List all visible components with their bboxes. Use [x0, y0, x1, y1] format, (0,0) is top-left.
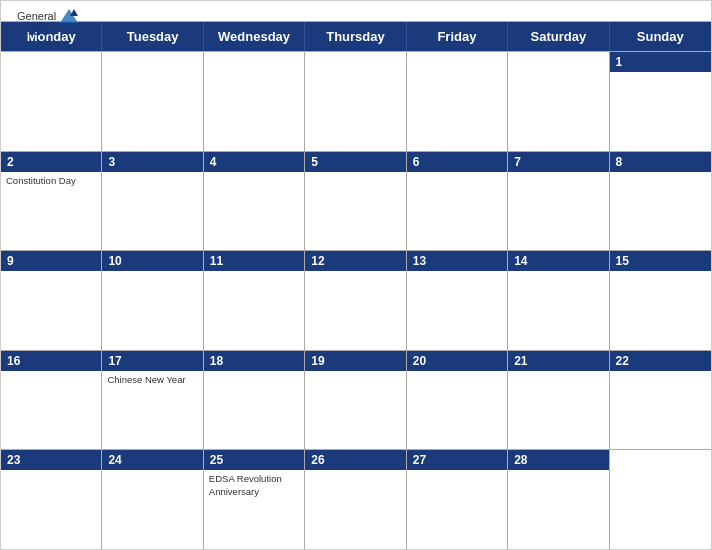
- calendar-grid: MondayTuesdayWednesdayThursdayFridaySatu…: [1, 21, 711, 549]
- day-number: 2: [1, 152, 101, 172]
- day-cell: 27: [407, 450, 508, 549]
- day-number: 8: [610, 152, 711, 172]
- day-number: 26: [305, 450, 405, 470]
- day-cell: 17Chinese New Year: [102, 351, 203, 450]
- day-number: [610, 450, 711, 470]
- day-number: 7: [508, 152, 608, 172]
- day-number: 5: [305, 152, 405, 172]
- day-header-sunday: Sunday: [610, 22, 711, 51]
- day-number: 17: [102, 351, 202, 371]
- week-row-5: 232425EDSA Revolution Anniversary262728: [1, 449, 711, 549]
- day-number: 10: [102, 251, 202, 271]
- day-cell: 18: [204, 351, 305, 450]
- day-number: 6: [407, 152, 507, 172]
- day-number: 28: [508, 450, 608, 470]
- day-cell: 8: [610, 152, 711, 251]
- day-header-tuesday: Tuesday: [102, 22, 203, 51]
- day-cell: 23: [1, 450, 102, 549]
- calendar-header: General Blue: [1, 1, 711, 21]
- day-cell: 2Constitution Day: [1, 152, 102, 251]
- day-number: 15: [610, 251, 711, 271]
- day-number: 24: [102, 450, 202, 470]
- day-number: 25: [204, 450, 304, 470]
- logo-blue-text: Blue: [17, 21, 50, 38]
- day-header-wednesday: Wednesday: [204, 22, 305, 51]
- day-cell: 16: [1, 351, 102, 450]
- day-header-thursday: Thursday: [305, 22, 406, 51]
- day-cell: [102, 52, 203, 151]
- day-cell: 22: [610, 351, 711, 450]
- week-row-4: 1617Chinese New Year1819202122: [1, 350, 711, 450]
- day-number: 20: [407, 351, 507, 371]
- day-cell: 7: [508, 152, 609, 251]
- day-number: [204, 52, 304, 72]
- day-number: [508, 52, 608, 72]
- day-cell: [508, 52, 609, 151]
- day-cell: [204, 52, 305, 151]
- day-number: 19: [305, 351, 405, 371]
- day-header-friday: Friday: [407, 22, 508, 51]
- logo-icon: [60, 9, 78, 23]
- day-number: 18: [204, 351, 304, 371]
- day-cell: 26: [305, 450, 406, 549]
- day-cell: 4: [204, 152, 305, 251]
- day-headers-row: MondayTuesdayWednesdayThursdayFridaySatu…: [1, 22, 711, 51]
- day-cell: [305, 52, 406, 151]
- day-number: 4: [204, 152, 304, 172]
- week-row-2: 2Constitution Day345678: [1, 151, 711, 251]
- day-cell: 19: [305, 351, 406, 450]
- day-cell: 20: [407, 351, 508, 450]
- day-cell: 14: [508, 251, 609, 350]
- day-cell: 11: [204, 251, 305, 350]
- day-cell: 3: [102, 152, 203, 251]
- day-number: 14: [508, 251, 608, 271]
- day-cell: [1, 52, 102, 151]
- day-cell: 25EDSA Revolution Anniversary: [204, 450, 305, 549]
- day-number: 12: [305, 251, 405, 271]
- day-cell: [407, 52, 508, 151]
- day-number: 22: [610, 351, 711, 371]
- day-number: 11: [204, 251, 304, 271]
- week-row-1: 1: [1, 51, 711, 151]
- day-cell: 15: [610, 251, 711, 350]
- day-cell: [610, 450, 711, 549]
- day-event: Constitution Day: [1, 172, 101, 190]
- day-cell: 13: [407, 251, 508, 350]
- day-cell: 9: [1, 251, 102, 350]
- day-number: 23: [1, 450, 101, 470]
- week-row-3: 9101112131415: [1, 250, 711, 350]
- day-number: 27: [407, 450, 507, 470]
- day-number: [1, 52, 101, 72]
- day-number: 9: [1, 251, 101, 271]
- calendar-wrapper: General Blue MondayTuesdayWednesdayThurs…: [0, 0, 712, 550]
- day-event: Chinese New Year: [102, 371, 202, 389]
- day-number: 21: [508, 351, 608, 371]
- day-cell: 28: [508, 450, 609, 549]
- day-cell: 5: [305, 152, 406, 251]
- day-number: [407, 52, 507, 72]
- day-number: 3: [102, 152, 202, 172]
- day-cell: 21: [508, 351, 609, 450]
- day-cell: 1: [610, 52, 711, 151]
- day-header-saturday: Saturday: [508, 22, 609, 51]
- day-number: 16: [1, 351, 101, 371]
- weeks-container: 12Constitution Day3456789101112131415161…: [1, 51, 711, 549]
- day-cell: 10: [102, 251, 203, 350]
- day-number: [102, 52, 202, 72]
- logo-area: General Blue: [17, 9, 78, 38]
- day-cell: 6: [407, 152, 508, 251]
- day-number: 1: [610, 52, 711, 72]
- day-cell: 12: [305, 251, 406, 350]
- day-cell: 24: [102, 450, 203, 549]
- day-number: 13: [407, 251, 507, 271]
- day-event: EDSA Revolution Anniversary: [204, 470, 304, 501]
- day-number: [305, 52, 405, 72]
